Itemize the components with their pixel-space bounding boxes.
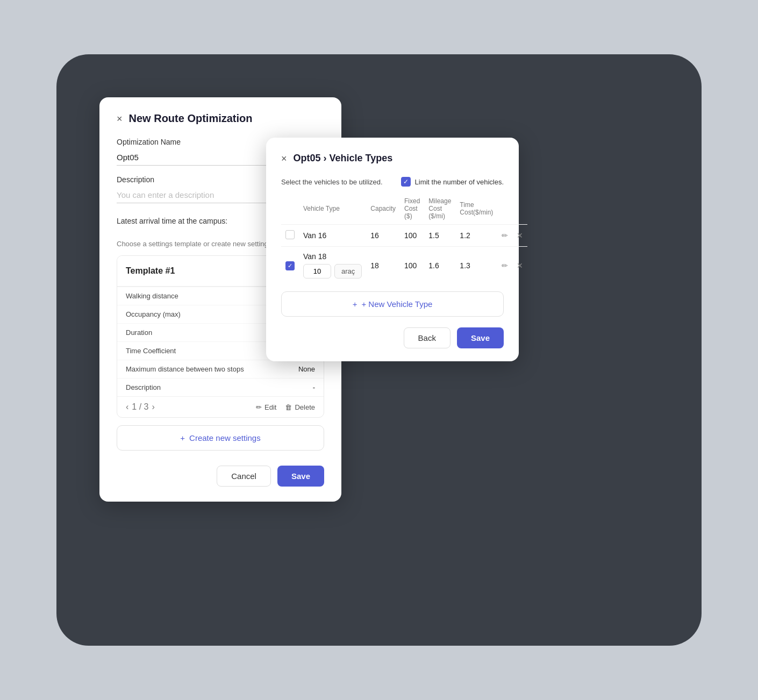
modal2-header: × Opt05 › Vehicle Types xyxy=(281,153,504,164)
th-fixed-cost: Fixed Cost ($) xyxy=(400,195,424,225)
limit-vehicles-checkbox[interactable]: ✓ xyxy=(401,177,411,187)
create-settings-plus-icon: + xyxy=(180,433,185,442)
modal2-title: Opt05 › Vehicle Types xyxy=(294,153,393,164)
modal1-header: × New Route Optimization xyxy=(117,112,324,125)
row1-name: Van 16 xyxy=(299,225,366,247)
th-mileage-cost: Mileage Cost ($/mi) xyxy=(424,195,455,225)
template-row-label-2: Occupancy (max) xyxy=(126,310,181,318)
next-page-icon[interactable]: › xyxy=(152,402,154,412)
row2-delete-icon[interactable]: ✕ xyxy=(512,247,527,284)
modal1-footer: Cancel Save xyxy=(117,463,324,487)
row1-checkbox-cell[interactable] xyxy=(281,225,299,247)
modal1-save-button[interactable]: Save xyxy=(277,466,324,487)
row2-capacity: 18 xyxy=(366,247,400,284)
arrival-time-label: Latest arrival time at the campus: xyxy=(117,217,227,225)
template-row-value-5: None xyxy=(298,365,315,373)
modal2-save-button[interactable]: Save xyxy=(457,327,504,348)
background-panel: × New Route Optimization Optimization Na… xyxy=(56,54,702,646)
row1-delete-icon[interactable]: ✕ xyxy=(512,225,527,247)
van18-checkbox[interactable]: ✓ xyxy=(285,261,295,270)
th-actions xyxy=(497,195,527,225)
new-vehicle-type-button[interactable]: + + New Vehicle Type xyxy=(281,291,504,317)
template-title: Template #1 xyxy=(126,266,175,276)
edit-icon: ✏ xyxy=(256,403,262,411)
row2-mileage-cost: 1.6 xyxy=(424,247,455,284)
th-time-cost: Time Cost($/min) xyxy=(455,195,497,225)
van18-delete-icon[interactable]: ✕ xyxy=(517,261,523,270)
modal2-close-icon[interactable]: × xyxy=(281,154,287,163)
th-capacity: Capacity xyxy=(366,195,400,225)
template-row-5: Maximum distance between two stops None xyxy=(117,360,324,378)
vehicle-table-header: Vehicle Type Capacity Fixed Cost ($) Mil… xyxy=(281,195,527,225)
template-row-label-4: Time Coefficient xyxy=(126,347,176,355)
template-row-label-5: Maximum distance between two stops xyxy=(126,365,244,373)
delete-label: Delete xyxy=(295,403,315,411)
table-row: Van 16 16 100 1.5 1.2 ✏ ✕ xyxy=(281,225,527,247)
limit-vehicles-label: Limit the number of vehicles. xyxy=(415,178,504,186)
delete-template-button[interactable]: 🗑 Delete xyxy=(285,403,315,411)
araç-inputs: araç xyxy=(303,264,362,278)
vehicle-subtitle-row: Select the vehicles to be utilized. ✓ Li… xyxy=(281,177,504,187)
limit-vehicles-check[interactable]: ✓ Limit the number of vehicles. xyxy=(401,177,504,187)
modal-vehicle-types: × Opt05 › Vehicle Types Select the vehic… xyxy=(266,138,519,361)
template-row-label-1: Walking distance xyxy=(126,292,178,300)
modal1-cancel-button[interactable]: Cancel xyxy=(217,466,271,487)
template-nav: ‹ 1 / 3 › ✏ Edit 🗑 Delete xyxy=(117,396,324,417)
edit-label: Edit xyxy=(264,403,276,411)
van18-edit-icon[interactable]: ✏ xyxy=(502,261,508,270)
modal2-footer: Back Save xyxy=(281,327,504,348)
row1-time-cost: 1.2 xyxy=(455,225,497,247)
van16-delete-icon[interactable]: ✕ xyxy=(517,231,523,240)
vehicle-table: Vehicle Type Capacity Fixed Cost ($) Mil… xyxy=(281,195,527,284)
modal2-back-button[interactable]: Back xyxy=(404,327,450,348)
edit-template-button[interactable]: ✏ Edit xyxy=(256,403,276,411)
row2-edit-icon[interactable]: ✏ xyxy=(497,247,512,284)
row2-time-cost: 1.3 xyxy=(455,247,497,284)
modal1-title: New Route Optimization xyxy=(129,112,253,125)
th-vehicle-type: Vehicle Type xyxy=(299,195,366,225)
row1-mileage-cost: 1.5 xyxy=(424,225,455,247)
row1-edit-icon[interactable]: ✏ xyxy=(497,225,512,247)
row1-capacity: 16 xyxy=(366,225,400,247)
row2-name: Van 18 araç xyxy=(299,247,366,284)
new-vehicle-plus-icon: + xyxy=(353,299,357,309)
van16-checkbox[interactable] xyxy=(285,230,295,239)
template-row-6: Description - xyxy=(117,378,324,396)
create-settings-label: Create new settings xyxy=(189,433,261,442)
th-select xyxy=(281,195,299,225)
modal1-close-icon[interactable]: × xyxy=(117,114,123,124)
template-row-label-3: Duration xyxy=(126,328,152,337)
prev-page-icon[interactable]: ‹ xyxy=(126,402,128,412)
table-row: ✓ Van 18 araç 18 100 1.6 1.3 ✏ ✕ xyxy=(281,247,527,284)
new-vehicle-label: + New Vehicle Type xyxy=(361,299,432,309)
araç-label: araç xyxy=(334,264,362,278)
row2-checkbox-cell[interactable]: ✓ xyxy=(281,247,299,284)
araç-count-input[interactable] xyxy=(303,264,331,278)
template-row-value-6: - xyxy=(313,383,315,391)
delete-icon: 🗑 xyxy=(285,403,292,411)
create-settings-button[interactable]: + Create new settings xyxy=(117,425,324,451)
template-row-label-6: Description xyxy=(126,383,161,391)
row2-fixed-cost: 100 xyxy=(400,247,424,284)
van16-edit-icon[interactable]: ✏ xyxy=(502,231,508,240)
vehicle-subtitle-text: Select the vehicles to be utilized. xyxy=(281,178,383,186)
row1-fixed-cost: 100 xyxy=(400,225,424,247)
template-actions: ✏ Edit 🗑 Delete xyxy=(256,403,315,411)
page-indicator: 1 / 3 xyxy=(132,402,148,412)
template-pagination: ‹ 1 / 3 › xyxy=(126,402,155,412)
